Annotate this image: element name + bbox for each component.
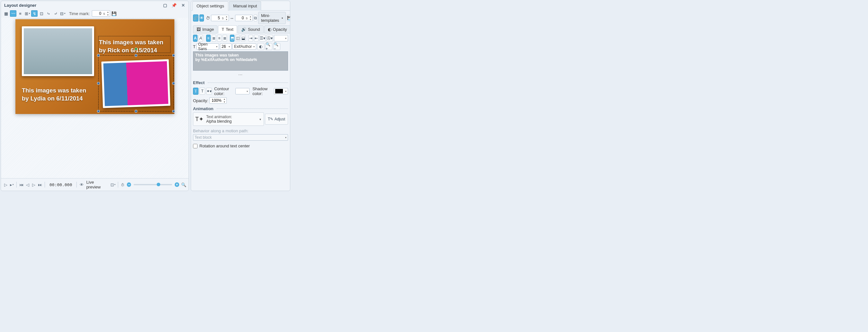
duration-icon[interactable]: ⧉ bbox=[254, 14, 257, 22]
handle-mr[interactable] bbox=[172, 82, 175, 85]
handle-tr[interactable] bbox=[172, 54, 175, 57]
bold-button[interactable]: A bbox=[193, 35, 197, 42]
maximize-icon[interactable]: ▢ bbox=[163, 3, 167, 8]
prev-slide-icon[interactable]: ⏮ bbox=[19, 182, 24, 187]
step-back-icon[interactable]: ◁ bbox=[25, 182, 31, 187]
subtab-opacity[interactable]: ◐Opacity bbox=[264, 25, 290, 33]
snap-tool-icon[interactable]: ↯ bbox=[31, 10, 38, 17]
opacity-input[interactable]: ▲▼ bbox=[209, 97, 227, 104]
outdent-button[interactable]: ⇤ bbox=[254, 35, 258, 42]
play-button[interactable]: ▷ bbox=[3, 182, 8, 187]
settings-icon[interactable]: ⫛ bbox=[120, 182, 126, 187]
next-slide-icon[interactable]: ⏭ bbox=[37, 182, 43, 187]
zoom-fit-icon[interactable]: 🔍 bbox=[181, 182, 187, 187]
valign-mid-button[interactable]: ◫ bbox=[236, 35, 240, 42]
text-content-field[interactable] bbox=[193, 51, 288, 71]
close-icon[interactable]: ✕ bbox=[181, 3, 185, 8]
pin-icon[interactable]: 📌 bbox=[172, 3, 176, 8]
time-mark-field[interactable] bbox=[92, 11, 102, 16]
flip-h-icon[interactable]: ⤷ bbox=[45, 10, 52, 17]
align-tool-icon[interactable]: ≡ bbox=[17, 10, 24, 17]
font-size-field[interactable] bbox=[220, 44, 227, 49]
expand-text-button[interactable]: ⋯ bbox=[193, 71, 288, 78]
preview-mode-dropdown[interactable]: ⊡ bbox=[111, 182, 116, 187]
tab-object-settings[interactable]: Object settings bbox=[192, 1, 228, 10]
frame-tool-icon[interactable]: ⊡ bbox=[38, 10, 44, 17]
font-family-combo[interactable]: Open Sans bbox=[196, 43, 219, 50]
grid-dropdown[interactable]: ⊞ bbox=[24, 10, 31, 17]
align-left-button[interactable]: ≡ bbox=[206, 35, 211, 42]
tab-manual-input[interactable]: Manual input bbox=[229, 1, 261, 10]
photo-1[interactable] bbox=[22, 26, 94, 76]
zoom-thumb[interactable] bbox=[157, 183, 160, 186]
spin-up-icon[interactable]: ▲ bbox=[222, 98, 226, 100]
spin-up-icon[interactable]: ▲ bbox=[106, 10, 110, 13]
list-dropdown[interactable]: ☰▾ bbox=[259, 35, 266, 42]
effect-fx-dropdown[interactable]: ✦▾ bbox=[206, 88, 212, 95]
align-right-button[interactable]: ≡ bbox=[217, 35, 222, 42]
opacity-field[interactable] bbox=[210, 98, 222, 103]
caption-1[interactable]: This images was taken by Lydia on 6/11/2… bbox=[22, 87, 86, 103]
zoom-slider[interactable] bbox=[133, 184, 172, 185]
handle-bm[interactable] bbox=[134, 110, 137, 113]
zoom-out-text-icon[interactable]: 🔍− bbox=[273, 43, 280, 50]
time-len-field[interactable] bbox=[236, 16, 245, 20]
flip-v-icon[interactable]: ⤶ bbox=[52, 10, 59, 17]
rotation-check-row[interactable]: Rotation around text center bbox=[193, 143, 288, 149]
italic-button[interactable]: A bbox=[198, 35, 203, 42]
adjust-button[interactable]: T✎ Adjust bbox=[265, 114, 288, 125]
spin-down-icon[interactable]: ▼ bbox=[222, 100, 226, 103]
zoom-in-text-icon[interactable]: 🔍+ bbox=[265, 43, 272, 50]
save-icon[interactable]: 💾 bbox=[111, 10, 117, 17]
motion-path-combo[interactable]: Text block bbox=[193, 134, 288, 141]
slide-canvas[interactable]: This images was taken by Lydia on 6/11/2… bbox=[16, 19, 174, 114]
align-justify-button[interactable]: ≣ bbox=[222, 35, 227, 42]
text-color-picker[interactable] bbox=[274, 35, 288, 41]
visibility-icon[interactable]: 👁 bbox=[199, 14, 204, 22]
time-from-field[interactable] bbox=[211, 16, 221, 20]
text-selection-box[interactable] bbox=[98, 36, 170, 53]
valign-bot-button[interactable]: ⬓ bbox=[241, 35, 245, 42]
time-mark-input[interactable]: s ▲▼ bbox=[92, 10, 111, 17]
exif-field-combo[interactable]: ExifAuthor bbox=[232, 43, 256, 50]
spin-down-icon[interactable]: ▼ bbox=[225, 18, 229, 21]
handle-tl[interactable] bbox=[97, 54, 100, 57]
subtab-text[interactable]: TText bbox=[218, 25, 237, 33]
rotate-handle[interactable] bbox=[134, 48, 137, 51]
step-fwd-icon[interactable]: ▷ bbox=[31, 182, 37, 187]
effect-fill-button[interactable]: 𝕋 bbox=[193, 88, 198, 95]
zoom-out-button[interactable]: − bbox=[127, 182, 131, 187]
live-preview-icon[interactable]: 👁 bbox=[79, 182, 84, 187]
mini-templates-dropdown[interactable]: Mini-templates bbox=[258, 12, 286, 24]
font-size-combo[interactable] bbox=[220, 43, 231, 50]
handle-bl[interactable] bbox=[97, 110, 100, 113]
effect-outline-button[interactable]: T bbox=[199, 88, 205, 95]
time-from-input[interactable]: s ▲▼ bbox=[211, 15, 229, 21]
canvas-area[interactable]: This images was taken by Lydia on 6/11/2… bbox=[1, 18, 188, 178]
order-dropdown[interactable]: ⊟ bbox=[59, 10, 66, 17]
path-tool-icon[interactable]: 〰 bbox=[10, 10, 17, 17]
play-from-button[interactable]: ▸ bbox=[9, 182, 14, 187]
rotation-checkbox[interactable] bbox=[193, 144, 197, 148]
autotext-dropdown[interactable]: Ⓐ▾ bbox=[267, 35, 273, 42]
spin-down-icon[interactable]: ▼ bbox=[106, 13, 110, 17]
handle-tm[interactable] bbox=[134, 54, 137, 57]
select-tool-icon[interactable]: ▦ bbox=[3, 10, 9, 17]
time-len-input[interactable]: s ▲▼ bbox=[235, 15, 253, 21]
zoom-in-button[interactable]: + bbox=[175, 182, 179, 187]
valign-top-button[interactable]: ⬒ bbox=[230, 35, 235, 42]
handle-ml[interactable] bbox=[97, 82, 100, 85]
save-template-icon[interactable]: 💾 bbox=[287, 14, 290, 22]
spin-up-icon[interactable]: ▲ bbox=[225, 15, 229, 18]
contour-color-picker[interactable] bbox=[236, 88, 249, 94]
animation-combo[interactable]: T✦ Text animation: Alpha blending bbox=[193, 112, 264, 126]
subtab-image[interactable]: 🖼Image bbox=[193, 25, 217, 33]
contrast-icon[interactable]: ◐ bbox=[257, 43, 264, 50]
spin-up-icon[interactable]: ▲ bbox=[249, 15, 252, 18]
handle-br[interactable] bbox=[172, 110, 175, 113]
selection-box[interactable] bbox=[98, 55, 174, 112]
spin-down-icon[interactable]: ▼ bbox=[249, 18, 252, 21]
shadow-color-picker[interactable] bbox=[274, 88, 288, 94]
indent-button[interactable]: ⇥ bbox=[249, 35, 253, 42]
link-icon[interactable]: 🔗 bbox=[193, 14, 198, 22]
